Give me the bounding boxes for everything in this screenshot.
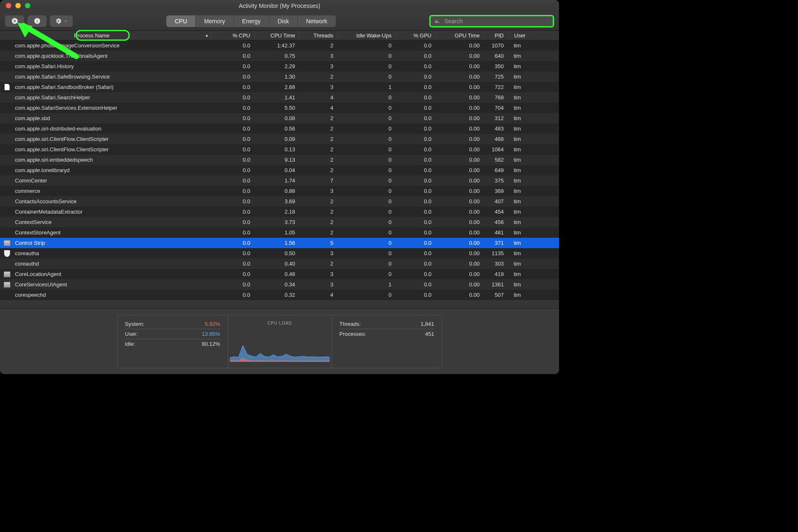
document-icon bbox=[5, 84, 10, 90]
process-name: com.apple.siri.ClientFlow.ClientScripter bbox=[15, 136, 108, 142]
table-row[interactable]: CoreServicesUIAgent0.00.34310.00.001361t… bbox=[0, 279, 559, 290]
table-row[interactable]: coreauthd0.00.40200.00.00303tim bbox=[0, 259, 559, 269]
window-title: Activity Monitor (My Processes) bbox=[239, 2, 320, 9]
process-name: com.apple.siri-distributed-evaluation bbox=[15, 126, 101, 132]
process-name: coreautha bbox=[15, 250, 39, 256]
table-row[interactable]: coreautha0.00.50300.00.001135tim bbox=[0, 248, 559, 259]
app-icon bbox=[4, 282, 10, 288]
sort-indicator-icon: ▲ bbox=[205, 33, 209, 37]
settings-menu-button[interactable] bbox=[50, 15, 73, 27]
zoom-window-button[interactable] bbox=[25, 3, 30, 8]
column-header-gpu[interactable]: % GPU bbox=[396, 31, 436, 40]
column-header-pid[interactable]: PID bbox=[484, 31, 508, 40]
footer: System:5.92% User:13.95% Idle:80.12% CPU… bbox=[0, 308, 559, 374]
process-name: com.apple.SafariServices.ExtensionHelper bbox=[15, 105, 117, 111]
tab-cpu[interactable]: CPU bbox=[166, 15, 196, 27]
column-header-gputime[interactable]: GPU Time bbox=[436, 31, 484, 40]
process-name: com.apple.tonelibraryd bbox=[15, 167, 70, 173]
table-row[interactable]: CoreLocationAgent0.00.48300.00.00419tim bbox=[0, 269, 559, 279]
table-row[interactable]: ContactsAccountsService0.03.69200.00.004… bbox=[0, 196, 559, 207]
process-name: com.apple.Safari.SandboxBroker (Safari) bbox=[15, 84, 113, 90]
process-name: com.apple.sbd bbox=[15, 115, 50, 121]
column-header-threads[interactable]: Threads bbox=[299, 31, 337, 40]
process-name: CommCenter bbox=[15, 177, 47, 184]
shield-icon bbox=[4, 250, 10, 257]
process-name: CoreLocationAgent bbox=[15, 271, 61, 277]
process-name: com.apple.Safari.History bbox=[15, 63, 74, 69]
search-field[interactable] bbox=[429, 15, 554, 27]
process-name: ContactsAccountsService bbox=[15, 198, 76, 204]
titlebar: Activity Monitor (My Processes) bbox=[0, 0, 559, 12]
process-name: com.apple.quicklook.ThumbnailsAgent bbox=[15, 53, 108, 59]
app-icon bbox=[4, 271, 10, 277]
table-row[interactable]: com.apple.Safari.SandboxBroker (Safari)0… bbox=[0, 82, 559, 92]
inspect-process-button[interactable] bbox=[27, 15, 47, 27]
column-header-name[interactable]: Process Name ▲ bbox=[0, 31, 211, 40]
cpu-load-chart bbox=[230, 329, 330, 362]
table-row[interactable]: corespeechd0.00.32400.00.00507tim bbox=[0, 290, 559, 300]
process-name: com.apple.siri.ClientFlow.ClientScripter bbox=[15, 146, 108, 153]
table-row[interactable]: com.apple.Safari.SafeBrowsing.Service0.0… bbox=[0, 71, 559, 82]
quit-process-button[interactable] bbox=[5, 15, 24, 27]
process-name: com.apple.Safari.SafeBrowsing.Service bbox=[15, 74, 110, 80]
table-row[interactable]: Control Strip0.01.56500.00.00371tim bbox=[0, 238, 559, 248]
table-row[interactable]: CommCenter0.01.74700.00.00375tim bbox=[0, 175, 559, 186]
chevron-down-icon bbox=[64, 19, 68, 23]
process-name: CoreServicesUIAgent bbox=[15, 281, 67, 288]
column-headers: Process Name ▲ % CPU CPU Time Threads Id… bbox=[0, 31, 559, 40]
table-row[interactable]: com.apple.siri-distributed-evaluation0.0… bbox=[0, 123, 559, 134]
process-name: corespeechd bbox=[15, 292, 46, 298]
table-row[interactable]: com.apple.Safari.History0.02.29300.00.00… bbox=[0, 61, 559, 71]
table-row[interactable]: ContainerMetadataExtractor0.02.18200.00.… bbox=[0, 207, 559, 217]
process-name: ContextStoreAgent bbox=[15, 229, 61, 236]
tab-disk[interactable]: Disk bbox=[269, 15, 298, 27]
search-input[interactable] bbox=[443, 17, 549, 25]
table-row[interactable]: com.apple.tonelibraryd0.00.04200.00.0064… bbox=[0, 165, 559, 175]
process-name: commerce bbox=[15, 188, 40, 194]
process-name: ContextService bbox=[15, 219, 52, 225]
search-icon bbox=[435, 18, 440, 24]
process-name: Control Strip bbox=[15, 240, 45, 246]
table-row[interactable]: com.apple.SafariServices.ExtensionHelper… bbox=[0, 103, 559, 113]
tab-network[interactable]: Network bbox=[298, 15, 335, 27]
process-name: com.apple.photos.ImageConversionService bbox=[15, 42, 119, 49]
close-window-button[interactable] bbox=[6, 3, 11, 8]
table-row[interactable]: com.apple.sbd0.00.08200.00.00312tim bbox=[0, 113, 559, 123]
gear-icon bbox=[55, 17, 62, 25]
table-row[interactable]: com.apple.photos.ImageConversionService0… bbox=[0, 40, 559, 51]
table-row[interactable]: commerce0.00.88300.00.00369tim bbox=[0, 186, 559, 196]
tab-energy[interactable]: Energy bbox=[234, 15, 269, 27]
process-name: ContainerMetadataExtractor bbox=[15, 209, 83, 215]
process-name: com.apple.Safari.SearchHelper bbox=[15, 94, 90, 101]
tab-memory[interactable]: Memory bbox=[196, 15, 234, 27]
window-controls bbox=[6, 3, 30, 8]
table-row[interactable]: ContextStoreAgent0.01.05200.00.00481tim bbox=[0, 227, 559, 238]
process-table: com.apple.photos.ImageConversionService0… bbox=[0, 40, 559, 308]
footer-cpu-stats: System:5.92% User:13.95% Idle:80.12% bbox=[118, 315, 228, 368]
table-row[interactable]: com.apple.Safari.SearchHelper0.01.41400.… bbox=[0, 92, 559, 103]
info-icon bbox=[34, 17, 41, 25]
table-row[interactable]: ContextService0.03.73200.00.00456tim bbox=[0, 217, 559, 227]
column-header-cputime[interactable]: CPU Time bbox=[254, 31, 299, 40]
column-header-cpu[interactable]: % CPU bbox=[211, 31, 254, 40]
app-icon bbox=[4, 240, 10, 246]
process-name: coreauthd bbox=[15, 261, 39, 267]
column-header-wakeups[interactable]: Idle Wake-Ups bbox=[337, 31, 396, 40]
table-row[interactable]: com.apple.siri.embeddedspeech0.09.13200.… bbox=[0, 155, 559, 165]
activity-monitor-window: Activity Monitor (My Processes) CPUMemor… bbox=[0, 0, 559, 374]
table-row[interactable]: com.apple.siri.ClientFlow.ClientScripter… bbox=[0, 144, 559, 155]
table-row[interactable]: com.apple.quicklook.ThumbnailsAgent0.00.… bbox=[0, 51, 559, 61]
footer-cpu-load-chart: CPU LOAD bbox=[228, 315, 332, 368]
minimize-window-button[interactable] bbox=[15, 3, 21, 8]
quit-process-icon bbox=[11, 17, 18, 25]
footer-counts: Threads:1,841 Processes:451 bbox=[332, 315, 442, 368]
process-name: com.apple.siri.embeddedspeech bbox=[15, 157, 93, 163]
toolbar: CPUMemoryEnergyDiskNetwork bbox=[0, 12, 559, 31]
column-header-user[interactable]: User bbox=[508, 31, 558, 40]
table-row[interactable]: com.apple.siri.ClientFlow.ClientScripter… bbox=[0, 134, 559, 144]
tab-bar: CPUMemoryEnergyDiskNetwork bbox=[166, 15, 335, 27]
